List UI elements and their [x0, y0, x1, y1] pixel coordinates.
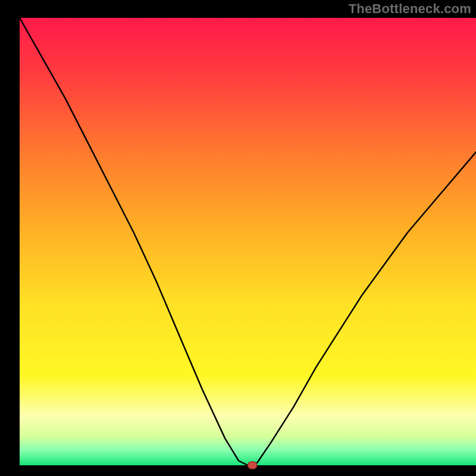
watermark-text: TheBottleneck.com [349, 1, 471, 17]
svg-rect-0 [248, 462, 257, 469]
min-marker [248, 462, 257, 469]
chart-container: TheBottleneck.com [0, 0, 476, 476]
bottleneck-chart [0, 0, 476, 476]
plot-area [20, 18, 476, 465]
